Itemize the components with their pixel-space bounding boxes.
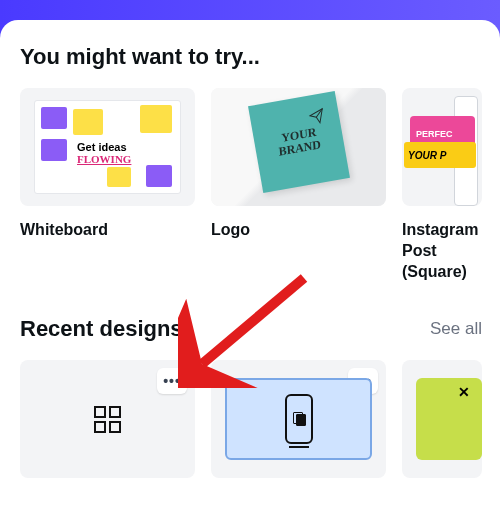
section-title-try: You might want to try... xyxy=(20,44,500,70)
section-title-recent: Recent designs xyxy=(20,316,183,342)
card-label: Logo xyxy=(211,220,386,241)
recent-design-card[interactable]: ✕ xyxy=(402,360,482,478)
template-grid-icon xyxy=(94,406,121,433)
close-icon: ✕ xyxy=(458,384,470,400)
ig-yellow-label: YOUR P xyxy=(404,142,476,168)
phone-icon xyxy=(285,394,313,444)
thumb-logo: YOUR BRAND xyxy=(211,88,386,206)
template-card-whiteboard[interactable]: Get ideas FLOWING Whiteboard xyxy=(20,88,195,282)
template-card-instagram[interactable]: PERFEC YOUR P Instagram Post (Square) xyxy=(402,88,482,282)
thumb-instagram: PERFEC YOUR P xyxy=(402,88,482,206)
see-all-link[interactable]: See all xyxy=(430,319,482,339)
wb-text-1: Get ideas xyxy=(77,141,131,153)
paper-plane-icon xyxy=(308,107,327,126)
recent-design-card[interactable]: ••• xyxy=(20,360,195,478)
template-card-logo[interactable]: YOUR BRAND Logo xyxy=(211,88,386,282)
wb-text-2: FLOWING xyxy=(77,153,131,165)
card-label: Whiteboard xyxy=(20,220,195,241)
recent-design-card[interactable]: ••• xyxy=(211,360,386,478)
more-menu-button[interactable]: ••• xyxy=(157,368,187,394)
recent-thumb-grid: ••• xyxy=(20,360,195,478)
recent-thumb-phone: ••• xyxy=(211,360,386,478)
card-label: Instagram Post (Square) xyxy=(402,220,482,282)
thumb-whiteboard: Get ideas FLOWING xyxy=(20,88,195,206)
recent-scroll[interactable]: ••• ••• xyxy=(20,360,500,478)
recent-thumb-lime: ✕ xyxy=(402,360,482,478)
home-sheet: You might want to try... Get ideas FLOWI… xyxy=(0,20,500,530)
try-scroll[interactable]: Get ideas FLOWING Whiteboard YOUR BRAND xyxy=(20,88,500,282)
stack-icon xyxy=(293,412,305,426)
